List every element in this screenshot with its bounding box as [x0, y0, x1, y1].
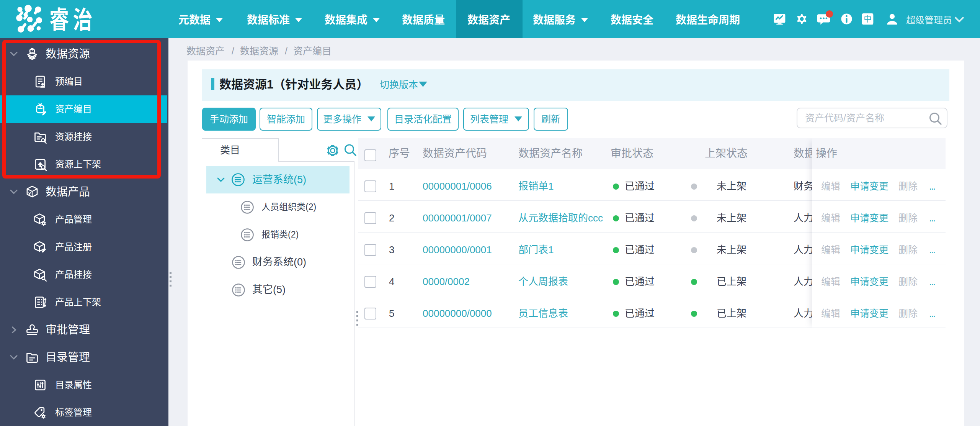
svg-text:中: 中: [864, 13, 872, 24]
